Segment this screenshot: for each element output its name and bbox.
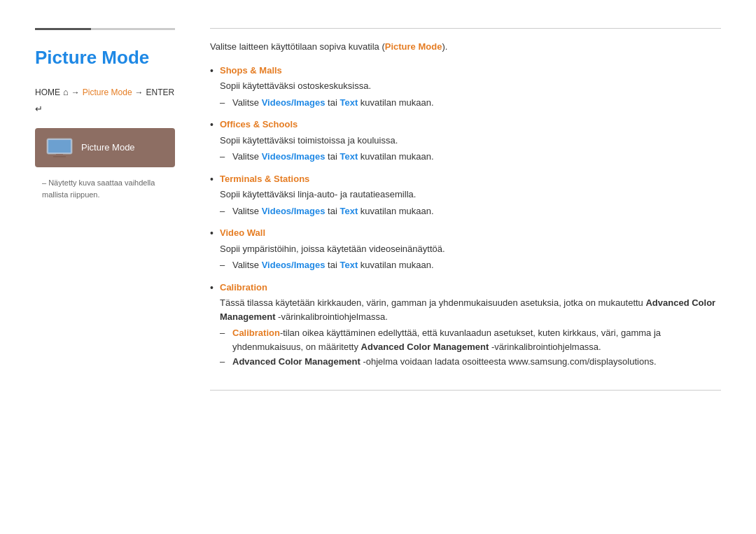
top-divider <box>35 28 175 30</box>
offices-schools-sublist: Valitse Videos/Images tai Text kuvatilan… <box>220 150 721 164</box>
breadcrumb-enter-label: ENTER <box>146 86 175 99</box>
intro-text-end: ). <box>442 41 447 52</box>
terminals-stations-text: Text <box>340 206 358 216</box>
section-offices-schools: Offices & Schools Sopii käytettäväksi to… <box>210 118 721 164</box>
enter-icon: ↵ <box>35 102 43 116</box>
intro-text: Valitse laitteen käyttötilaan sopiva kuv… <box>210 40 721 54</box>
shops-malls-subitem-1: Valitse Videos/Images tai Text kuvatilan… <box>220 96 721 110</box>
calibration-acm-1: Advanced Color Management <box>361 342 489 352</box>
terminals-stations-sublist: Valitse Videos/Images tai Text kuvatilan… <box>220 204 721 218</box>
svg-rect-2 <box>56 154 63 156</box>
terminals-stations-videos-images: Videos/Images <box>262 206 326 216</box>
left-panel: Picture Mode HOME ⌂ → Picture Mode → ENT… <box>35 28 189 391</box>
offices-schools-subitem-1: Valitse Videos/Images tai Text kuvatilan… <box>220 150 721 164</box>
video-wall-desc: Sopii ympäristöihin, joissa käytetään vi… <box>220 242 721 256</box>
shops-malls-heading: Shops & Malls <box>220 64 721 78</box>
sections-list: Shops & Malls Sopii käytettäväksi ostosk… <box>210 64 721 369</box>
calibration-sublist: Calibration-tilan oikea käyttäminen edel… <box>220 326 721 369</box>
bottom-divider <box>210 390 721 391</box>
intro-highlight: Picture Mode <box>385 41 442 52</box>
video-wall-videos-images: Videos/Images <box>262 260 326 270</box>
offices-schools-text: Text <box>340 151 358 162</box>
shops-malls-videos-images: Videos/Images <box>262 97 326 108</box>
video-wall-text: Text <box>340 260 358 270</box>
intro-text-start: Valitse laitteen käyttötilaan sopiva kuv… <box>210 41 385 52</box>
terminals-stations-heading: Terminals & Stations <box>220 172 721 186</box>
offices-schools-desc: Sopii käytettäväksi toimistoissa ja koul… <box>220 134 721 148</box>
calibration-desc-main: Tässä tilassa käytetään kirkkauden, väri… <box>220 296 721 323</box>
video-wall-heading: Video Wall <box>220 226 721 240</box>
monitor-icon <box>46 138 73 157</box>
page-title: Picture Mode <box>35 44 175 71</box>
calibration-orange-label: Calibration <box>232 328 280 338</box>
breadcrumb-picture-mode: Picture Mode <box>83 86 132 99</box>
breadcrumb-home-label: HOME <box>35 86 60 99</box>
terminals-stations-desc: Sopii käytettäväksi linja-auto- ja rauta… <box>220 188 721 202</box>
shops-malls-desc: Sopii käytettäväksi ostoskeskuksissa. <box>220 79 721 93</box>
calibration-acm-2: Advanced Color Management <box>232 356 360 367</box>
shops-malls-sublist: Valitse Videos/Images tai Text kuvatilan… <box>220 96 721 110</box>
video-wall-sublist: Valitse Videos/Images tai Text kuvatilan… <box>220 258 721 272</box>
section-calibration: Calibration Tässä tilassa käytetään kirk… <box>210 281 721 369</box>
calibration-subitem-2: Advanced Color Management -ohjelma voida… <box>220 355 721 369</box>
home-icon: ⌂ <box>63 85 69 99</box>
picture-mode-card: Picture Mode <box>35 128 175 167</box>
calibration-heading: Calibration <box>220 281 721 295</box>
picture-mode-card-label: Picture Mode <box>81 141 135 155</box>
offices-schools-heading: Offices & Schools <box>220 118 721 132</box>
terminals-stations-subitem-1: Valitse Videos/Images tai Text kuvatilan… <box>220 204 721 218</box>
right-panel: Valitse laitteen käyttötilaan sopiva kuv… <box>210 28 721 391</box>
breadcrumb: HOME ⌂ → Picture Mode → ENTER ↵ <box>35 85 175 115</box>
svg-rect-1 <box>48 140 71 153</box>
breadcrumb-arrow2: → <box>135 86 144 99</box>
right-top-divider <box>210 28 721 29</box>
video-wall-subitem-1: Valitse Videos/Images tai Text kuvatilan… <box>220 258 721 272</box>
shops-malls-text: Text <box>340 97 358 108</box>
svg-rect-3 <box>53 156 66 157</box>
calibration-subitem-1: Calibration-tilan oikea käyttäminen edel… <box>220 326 721 353</box>
section-terminals-stations: Terminals & Stations Sopii käytettäväksi… <box>210 172 721 218</box>
offices-schools-videos-images: Videos/Images <box>262 151 326 162</box>
picture-mode-note: – Näytetty kuva saattaa vaihdella mallis… <box>35 177 175 200</box>
calibration-acm-bold: Advanced Color Management <box>220 297 715 322</box>
section-video-wall: Video Wall Sopii ympäristöihin, joissa k… <box>210 226 721 272</box>
section-shops-malls: Shops & Malls Sopii käytettäväksi ostosk… <box>210 64 721 110</box>
breadcrumb-arrow1: → <box>71 86 80 99</box>
